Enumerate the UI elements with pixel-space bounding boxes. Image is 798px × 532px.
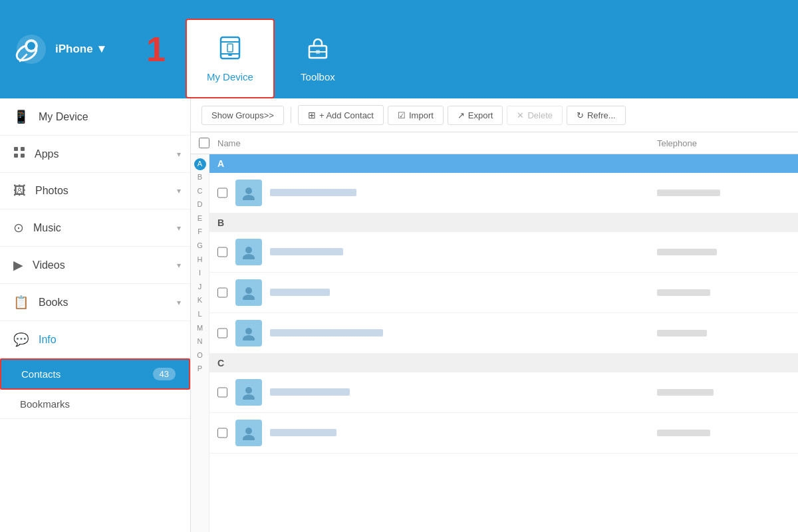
contact-row[interactable]	[209, 413, 798, 454]
contact-checkbox[interactable]	[217, 428, 227, 438]
sidebar-item-videos[interactable]: ▶ Videos ▾	[0, 247, 190, 284]
svg-rect-12	[316, 50, 320, 54]
sidebar-sub-contacts[interactable]: Contacts 43	[0, 358, 190, 390]
svg-point-18	[243, 195, 255, 200]
svg-point-26	[243, 394, 255, 400]
photos-icon: 🖼	[13, 184, 26, 198]
app-header: iPhone ▼ 1 My Device	[0, 0, 798, 98]
alpha-M[interactable]: M	[194, 322, 205, 335]
add-contact-label: + Add Contact	[319, 110, 374, 120]
contact-row[interactable]	[209, 273, 798, 313]
tab-my-device-label: My Device	[207, 71, 253, 82]
contact-avatar	[235, 320, 262, 346]
alpha-D[interactable]: D	[195, 198, 205, 211]
alpha-I[interactable]: I	[196, 267, 203, 280]
alpha-F[interactable]: F	[195, 225, 205, 239]
svg-point-28	[243, 435, 255, 440]
sidebar-item-books[interactable]: 📋 Books ▾	[0, 284, 190, 321]
my-device-icon: 📱	[13, 109, 29, 124]
alpha-A[interactable]: A	[194, 158, 206, 170]
delete-button[interactable]: ✕ Delete	[507, 106, 563, 125]
contact-phone-blurred	[657, 327, 790, 339]
alpha-P[interactable]: P	[195, 362, 205, 376]
svg-point-22	[243, 295, 255, 300]
toolbar-separator-1	[291, 107, 291, 123]
contact-row[interactable]	[209, 372, 798, 413]
contact-row[interactable]	[209, 313, 798, 354]
show-groups-label: Show Groups>>	[211, 110, 274, 120]
svg-point-3	[27, 42, 35, 50]
contact-checkbox[interactable]	[217, 287, 227, 298]
alpha-E[interactable]: E	[195, 212, 205, 225]
contacts-badge: 43	[153, 368, 176, 380]
apps-chevron-icon: ▾	[177, 150, 181, 159]
contact-checkbox[interactable]	[217, 328, 227, 338]
table-header: Name Telephone	[191, 132, 798, 154]
contact-details	[270, 386, 790, 398]
import-icon: ☑	[398, 110, 406, 120]
alpha-H[interactable]: H	[195, 253, 205, 267]
tab-toolbox-label: Toolbox	[301, 71, 335, 82]
contact-row[interactable]	[209, 173, 798, 213]
tab-toolbox[interactable]: Toolbox	[275, 19, 361, 98]
device-label[interactable]: iPhone ▼	[55, 43, 107, 56]
videos-icon: ▶	[13, 257, 23, 273]
info-icon: 💬	[13, 332, 29, 347]
sidebar-item-info[interactable]: 💬 Info 2	[0, 321, 190, 358]
contact-avatar	[235, 379, 262, 406]
contact-checkbox[interactable]	[217, 188, 227, 198]
alpha-G[interactable]: G	[194, 239, 205, 253]
tab-my-device[interactable]: My Device	[186, 19, 275, 98]
col-name-header: Name	[217, 138, 649, 148]
bookmarks-label: Bookmarks	[20, 398, 70, 410]
contact-details	[270, 246, 790, 258]
sidebar-music-label: Music	[33, 222, 61, 234]
contact-details	[270, 327, 790, 339]
contact-name-blurred	[270, 327, 657, 339]
sidebar-info-label: Info	[39, 334, 57, 346]
sidebar-item-my-device[interactable]: 📱 My Device	[0, 98, 190, 136]
export-icon: ↗	[458, 110, 465, 120]
export-label: Export	[468, 110, 493, 120]
refresh-icon: ↻	[577, 110, 584, 120]
export-button[interactable]: ↗ Export	[448, 106, 503, 125]
alpha-K[interactable]: K	[195, 294, 205, 307]
add-contact-button[interactable]: ⊞ + Add Contact	[298, 105, 384, 125]
contact-avatar	[235, 180, 262, 206]
contacts-toolbar: Show Groups>> ⊞ + Add Contact ☑ Import ↗…	[191, 98, 798, 132]
contact-details	[270, 287, 790, 299]
alpha-J[interactable]: J	[196, 281, 205, 294]
alpha-B[interactable]: B	[195, 171, 205, 184]
music-icon: ⊙	[13, 220, 24, 235]
svg-rect-8	[227, 44, 233, 52]
main-layout: 📱 My Device Apps ▾ 🖼 Photos ▾ ⊙	[0, 98, 798, 532]
books-chevron-icon: ▾	[177, 298, 181, 307]
sidebar-item-music[interactable]: ⊙ Music ▾	[0, 209, 190, 247]
alpha-C[interactable]: C	[195, 185, 205, 198]
section-header-C: C	[209, 354, 798, 372]
sidebar-item-photos[interactable]: 🖼 Photos ▾	[0, 173, 190, 209]
alpha-N[interactable]: N	[195, 335, 205, 348]
add-contact-icon: ⊞	[308, 110, 316, 120]
alpha-L[interactable]: L	[195, 308, 204, 321]
delete-label: Delete	[527, 110, 553, 120]
contact-row[interactable]	[209, 232, 798, 273]
sidebar-apps-label: Apps	[35, 148, 59, 160]
sidebar-item-apps[interactable]: Apps ▾	[0, 136, 190, 173]
alpha-O[interactable]: O	[194, 349, 205, 362]
nav-tabs: My Device Toolbox	[186, 0, 361, 98]
svg-rect-16	[21, 154, 25, 158]
contact-checkbox[interactable]	[217, 387, 227, 398]
svg-point-17	[245, 188, 252, 194]
sidebar-sub-bookmarks[interactable]: Bookmarks	[0, 390, 190, 419]
contact-checkbox[interactable]	[217, 247, 227, 257]
import-button[interactable]: ☑ Import	[388, 106, 444, 125]
import-label: Import	[409, 110, 434, 120]
show-groups-button[interactable]: Show Groups>>	[201, 106, 284, 125]
music-chevron-icon: ▾	[177, 223, 181, 233]
refresh-button[interactable]: ↻ Refre...	[567, 106, 626, 125]
alphabet-index: A B C D E F G H I J K L M N O P	[191, 154, 209, 532]
contact-name-blurred	[270, 246, 657, 258]
select-all-checkbox[interactable]	[199, 138, 209, 148]
toolbox-tab-icon	[305, 35, 331, 66]
